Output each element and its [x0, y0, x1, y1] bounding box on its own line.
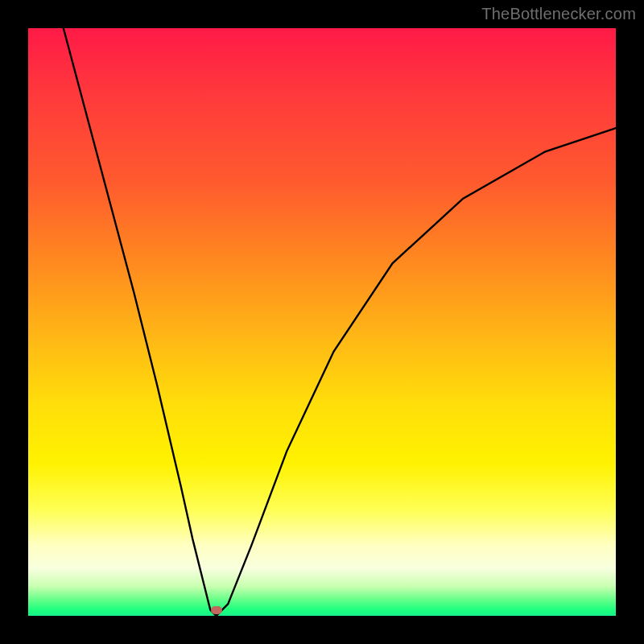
chart-frame: TheBottlenecker.com — [0, 0, 644, 644]
optimal-marker — [211, 606, 222, 614]
bottleneck-curve — [28, 28, 616, 616]
plot-area — [28, 28, 616, 616]
attribution-text: TheBottlenecker.com — [481, 5, 636, 23]
